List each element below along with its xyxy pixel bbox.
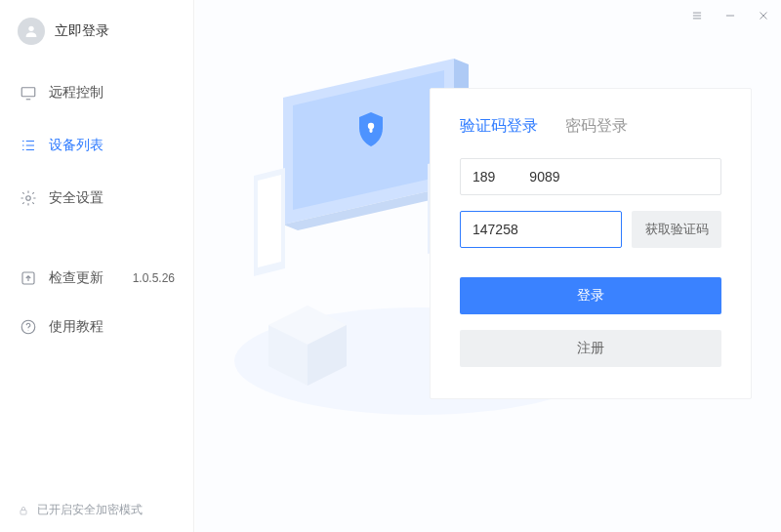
phone-input[interactable] (460, 158, 721, 195)
nav-label: 安全设置 (49, 189, 103, 207)
aux-label: 使用教程 (49, 318, 103, 336)
menu-icon (690, 9, 704, 22)
gear-icon (20, 189, 37, 207)
nav-label: 设备列表 (49, 137, 103, 154)
minimize-button[interactable] (722, 8, 738, 23)
svg-marker-10 (308, 325, 347, 386)
login-button[interactable]: 登录 (460, 277, 721, 314)
avatar (18, 18, 45, 45)
menu-button[interactable] (689, 8, 705, 23)
help-icon (20, 318, 37, 336)
code-input[interactable] (460, 211, 622, 248)
svg-marker-8 (268, 306, 347, 345)
svg-rect-6 (21, 510, 26, 514)
nav-remote-control[interactable]: 远程控制 (0, 66, 194, 119)
secure-mode-footer: 已开启安全加密模式 (0, 488, 194, 532)
svg-marker-20 (254, 168, 285, 276)
svg-point-15 (368, 123, 374, 129)
close-button[interactable] (756, 8, 771, 23)
lock-icon (18, 505, 29, 516)
version-label: 1.0.5.26 (133, 271, 175, 285)
svg-point-0 (28, 26, 33, 31)
nav-label: 远程控制 (49, 84, 103, 102)
aux-check-update[interactable]: 检查更新 1.0.5.26 (0, 254, 194, 303)
nav: 远程控制 设备列表 安全设置 (0, 66, 194, 225)
aux-nav: 检查更新 1.0.5.26 使用教程 (0, 254, 194, 351)
svg-rect-1 (21, 88, 35, 97)
register-button[interactable]: 注册 (460, 330, 721, 367)
monitor-icon (20, 84, 37, 102)
login-now-label: 立即登录 (55, 22, 109, 40)
login-tabs: 验证码登录 密码登录 (460, 116, 721, 137)
tab-password-login[interactable]: 密码登录 (565, 116, 628, 137)
get-code-button[interactable]: 获取验证码 (632, 211, 721, 248)
svg-marker-21 (258, 175, 281, 267)
svg-point-5 (28, 330, 29, 331)
nav-security-settings[interactable]: 安全设置 (0, 172, 194, 225)
secure-mode-label: 已开启安全加密模式 (37, 502, 143, 518)
svg-point-2 (26, 196, 31, 201)
sidebar: 立即登录 远程控制 设备列表 安全设置 检查更新 (0, 0, 195, 532)
nav-device-list[interactable]: 设备列表 (0, 119, 194, 172)
svg-marker-12 (293, 70, 444, 210)
minimize-icon (723, 9, 737, 22)
tab-code-login[interactable]: 验证码登录 (460, 116, 538, 137)
main-area: 验证码登录 密码登录 获取验证码 登录 注册 (195, 0, 781, 532)
svg-rect-16 (370, 127, 373, 133)
svg-marker-11 (283, 59, 454, 225)
upload-icon (20, 269, 37, 287)
aux-tutorial[interactable]: 使用教程 (0, 303, 194, 351)
list-icon (20, 137, 37, 154)
profile-area[interactable]: 立即登录 (0, 0, 194, 66)
svg-marker-9 (268, 325, 308, 386)
close-icon (757, 9, 770, 22)
window-controls (689, 8, 771, 23)
login-card: 验证码登录 密码登录 获取验证码 登录 注册 (430, 88, 752, 399)
aux-label: 检查更新 (49, 269, 103, 287)
user-icon (23, 23, 39, 39)
